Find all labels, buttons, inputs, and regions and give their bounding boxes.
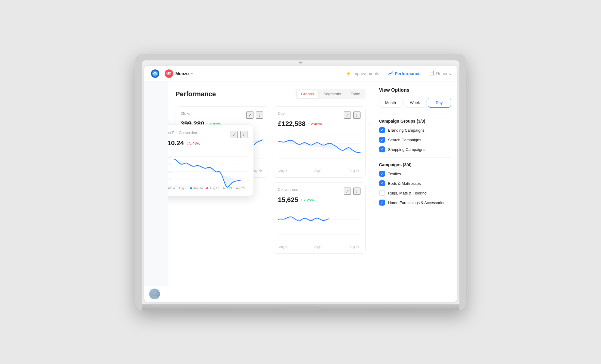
nav-items: ⚡ Improvements Performance xyxy=(345,71,451,76)
label-beds: Beds & Mattresses xyxy=(388,181,421,186)
cost-chart-svg xyxy=(278,131,360,167)
campaign-home[interactable]: ✓ Home Furnishings & Accessories xyxy=(379,200,451,206)
campaign-group-shopping[interactable]: ✓ Shopping Campaigns xyxy=(379,146,451,152)
nav-item-performance[interactable]: Performance xyxy=(388,71,421,76)
cpc-arrow-icon: ↓ xyxy=(186,141,189,145)
checkbox-branding[interactable]: ✓ xyxy=(379,127,385,133)
lightning-icon: ⚡ xyxy=(345,71,351,76)
bottom-user-bar xyxy=(144,286,457,302)
app-logo xyxy=(150,69,160,78)
cost-value-row: £122,538 ↑ 2.48% xyxy=(278,120,360,128)
cost-per-conversion-card: Cost Per Conversion ⤢ ↓ £10.24 ↓ xyxy=(168,124,254,196)
svg-text:£13.00: £13.00 xyxy=(168,163,172,166)
cpc-card-header: Cost Per Conversion ⤢ ↓ xyxy=(168,131,247,138)
tab-table[interactable]: Table xyxy=(346,90,364,98)
screen-notch xyxy=(299,62,302,63)
clicks-download-btn[interactable]: ↓ xyxy=(256,112,263,119)
campaign-beds[interactable]: ✓ Beds & Mattresses xyxy=(379,180,451,186)
conversions-chart-card: Conversions ⤢ ↓ 15,625 ↑ xyxy=(273,182,366,254)
nav-item-improvements[interactable]: ⚡ Improvements xyxy=(345,71,379,76)
check-icon: ✓ xyxy=(381,128,383,132)
charts-section: Cost Per Conversion ⤢ ↓ £10.24 ↓ xyxy=(176,106,366,254)
clicks-expand-btn[interactable]: ⤢ xyxy=(246,112,253,119)
nav-chevron: ▾ xyxy=(191,72,193,75)
cpc-number: £10.24 xyxy=(168,139,184,147)
app-window: MO Monzo ▾ ⚡ Improvements xyxy=(144,66,457,302)
laptop-container: MO Monzo ▾ ⚡ Improvements xyxy=(135,54,466,310)
brand-avatar: MO xyxy=(165,69,173,78)
label-textiles: Textiles xyxy=(388,172,401,176)
time-filters: Month Week Day xyxy=(379,98,451,108)
cpc-actions: ⤢ ↓ xyxy=(231,131,247,138)
check-icon-2: ✓ xyxy=(381,138,383,142)
report-icon xyxy=(429,71,434,76)
svg-point-29 xyxy=(152,291,157,295)
checkbox-textiles[interactable]: ✓ xyxy=(379,171,385,177)
trackpad xyxy=(283,307,319,310)
cost-arrow-icon: ↑ xyxy=(308,122,310,126)
check-icon-5: ✓ xyxy=(381,182,383,185)
campaign-groups-title: Campaign Groups (3/3) xyxy=(379,119,451,124)
panel-divider-1 xyxy=(379,114,451,114)
label-search: Search Campaigns xyxy=(388,138,422,142)
cpc-change: ↓ 5.43% xyxy=(186,141,200,145)
panel-divider-2 xyxy=(379,157,451,158)
cpc-download-btn[interactable]: ↓ xyxy=(240,131,247,138)
tab-segments[interactable]: Segments xyxy=(319,90,345,98)
cost-change: ↑ 2.48% xyxy=(308,122,322,126)
checkbox-search[interactable]: ✓ xyxy=(379,137,385,143)
campaign-group-search[interactable]: ✓ Search Campaigns xyxy=(379,137,451,143)
label-home: Home Furnishings & Accessories xyxy=(388,200,446,205)
checkbox-shopping[interactable]: ✓ xyxy=(379,146,385,152)
dot-aug29: Aug 29 xyxy=(236,187,246,190)
laptop-screen: MO Monzo ▾ ⚡ Improvements xyxy=(142,60,459,304)
checkbox-home[interactable]: ✓ xyxy=(379,200,385,206)
svg-text:£14.00: £14.00 xyxy=(168,155,172,158)
conversions-change: ↑ 7.25% xyxy=(301,198,314,202)
content-area: Performance Graphs Segments Table Cost xyxy=(168,81,373,286)
sidebar xyxy=(144,81,168,286)
filter-week[interactable]: Week xyxy=(403,98,427,108)
svg-point-30 xyxy=(151,296,158,299)
cost-expand-btn[interactable]: ⤢ xyxy=(344,112,351,119)
tab-graphs[interactable]: Graphs xyxy=(297,90,318,98)
conversions-header: Conversions ⤢ ↓ xyxy=(278,188,360,195)
checkbox-rugs[interactable] xyxy=(379,190,385,196)
clicks-header: Clicks ⤢ ↓ xyxy=(181,112,263,119)
cpc-chart: £14.00 £13.00 £12.00 £11.00 £10.00 xyxy=(168,151,247,187)
filter-day[interactable]: Day xyxy=(428,98,451,108)
conversions-download-btn[interactable]: ↓ xyxy=(353,188,360,195)
campaign-rugs[interactable]: Rugs, Mats & Flooring xyxy=(379,190,451,196)
conversions-actions: ⤢ ↓ xyxy=(344,188,360,195)
check-icon-4: ✓ xyxy=(381,172,383,176)
check-icon-6: ✓ xyxy=(381,201,383,205)
top-nav: MO Monzo ▾ ⚡ Improvements xyxy=(144,66,457,81)
view-tabs: Graphs Segments Table xyxy=(296,89,365,99)
avatar-image xyxy=(149,289,160,299)
brand-name: Monzo xyxy=(176,71,189,76)
nav-item-reports[interactable]: Reports xyxy=(429,71,451,76)
nav-brand[interactable]: MO Monzo ▾ xyxy=(165,69,193,78)
right-panel: View Options Month Week Day Campaign Gro… xyxy=(373,81,457,286)
cost-number: £122,538 xyxy=(278,120,306,128)
conversions-label: Conversions xyxy=(278,188,298,192)
cpc-expand-btn[interactable]: ⤢ xyxy=(231,131,238,138)
user-avatar xyxy=(149,289,160,299)
filter-month[interactable]: Month xyxy=(379,98,402,108)
campaign-groups-section: Campaign Groups (3/3) ✓ Branding Campaig… xyxy=(379,119,451,152)
cost-actions: ⤢ ↓ xyxy=(344,112,360,119)
checkbox-beds[interactable]: ✓ xyxy=(379,180,385,186)
conversions-expand-btn[interactable]: ⤢ xyxy=(344,188,351,195)
label-rugs: Rugs, Mats & Flooring xyxy=(388,191,427,195)
chart-icon xyxy=(388,71,393,76)
dot-aug24: Aug 24 xyxy=(223,187,232,190)
campaigns-section: Campaigns (3/4) ✓ Textiles ✓ Beds & Mat xyxy=(379,162,451,206)
conversions-chart-svg xyxy=(278,207,360,243)
check-icon-3: ✓ xyxy=(381,148,383,151)
campaign-textiles[interactable]: ✓ Textiles xyxy=(379,171,451,177)
cost-download-btn[interactable]: ↓ xyxy=(353,112,360,119)
svg-text:£11.00: £11.00 xyxy=(168,178,172,181)
campaign-group-branding[interactable]: ✓ Branding Campaigns xyxy=(379,127,451,133)
conversions-value-row: 15,625 ↑ 7.25% xyxy=(278,196,360,204)
cost-label: Cost xyxy=(278,112,286,116)
